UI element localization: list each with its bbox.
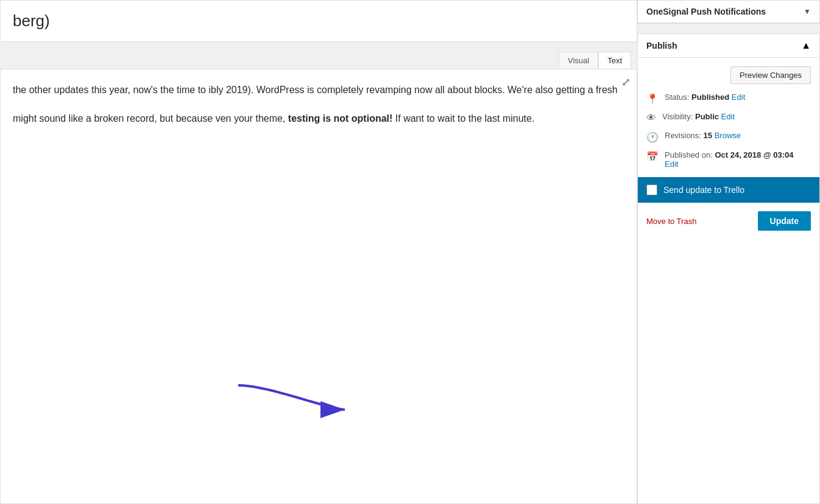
calendar-icon: 📅 xyxy=(646,151,659,163)
trello-checkbox[interactable] xyxy=(646,184,657,195)
visibility-icon: 👁 xyxy=(646,113,656,124)
status-text: Status: Published Edit xyxy=(665,93,745,102)
published-on-text: Published on: Oct 24, 2018 @ 03:04 Edit xyxy=(665,150,793,169)
editor-content[interactable]: ⤢ the other updates this year, now's the… xyxy=(0,69,637,504)
paragraph-2: might sound like a broken record, but be… xyxy=(13,110,624,127)
sidebar: OneSignal Push Notifications ▼ Publish ▲… xyxy=(637,0,820,504)
revisions-browse-link[interactable]: Browse xyxy=(715,131,741,140)
trello-label: Send update to Trello xyxy=(663,185,744,195)
paragraph-1: the other updates this year, now's the t… xyxy=(13,82,624,98)
editor-area: berg) Visual Text ⤢ the other updates th… xyxy=(0,0,637,504)
publish-bottom: Move to Trash Update xyxy=(646,211,811,231)
tab-visual[interactable]: Visual xyxy=(559,52,598,69)
revisions-icon: 🕐 xyxy=(646,131,659,143)
title-text: berg) xyxy=(13,12,50,30)
status-edit-link[interactable]: Edit xyxy=(732,93,745,102)
publish-panel: Publish ▲ Preview Changes 📍 Status: Publ… xyxy=(637,33,820,504)
visibility-edit-link[interactable]: Edit xyxy=(721,112,735,121)
arrow-annotation xyxy=(232,379,354,430)
editor-title: berg) xyxy=(0,0,637,42)
visibility-text: Visibility: Public Edit xyxy=(662,112,735,121)
status-icon: 📍 xyxy=(646,93,659,105)
editor-toolbar-area: Visual Text ⤢ the other updates this yea… xyxy=(0,52,637,504)
revisions-row: 🕐 Revisions: 15 Browse xyxy=(646,131,811,143)
preview-changes-row: Preview Changes xyxy=(646,66,811,84)
revisions-text: Revisions: 15 Browse xyxy=(665,131,741,140)
onesignal-title: OneSignal Push Notifications xyxy=(646,7,766,16)
published-on-row: 📅 Published on: Oct 24, 2018 @ 03:04 Edi… xyxy=(646,150,811,169)
publish-title: Publish xyxy=(646,41,677,51)
trello-row[interactable]: Send update to Trello xyxy=(638,177,819,203)
publish-body: Preview Changes 📍 Status: Published Edit… xyxy=(638,58,819,239)
publish-toggle-icon[interactable]: ▲ xyxy=(801,40,811,51)
update-button[interactable]: Update xyxy=(758,211,811,231)
editor-tabs: Visual Text xyxy=(0,52,637,69)
preview-changes-button[interactable]: Preview Changes xyxy=(730,66,811,84)
move-to-trash-link[interactable]: Move to Trash xyxy=(646,217,696,226)
onesignal-toggle-icon[interactable]: ▼ xyxy=(804,7,811,16)
publish-header: Publish ▲ xyxy=(638,34,819,58)
published-on-edit-link[interactable]: Edit xyxy=(665,159,678,169)
editor-body: the other updates this year, now's the t… xyxy=(1,69,637,151)
onesignal-header[interactable]: OneSignal Push Notifications ▼ xyxy=(638,1,819,23)
publish-meta-rows: 📍 Status: Published Edit 👁 Visibility: P… xyxy=(646,93,811,169)
status-row: 📍 Status: Published Edit xyxy=(646,93,811,105)
onesignal-panel: OneSignal Push Notifications ▼ xyxy=(637,0,820,24)
tab-text[interactable]: Text xyxy=(598,52,631,69)
visibility-row: 👁 Visibility: Public Edit xyxy=(646,112,811,124)
expand-icon[interactable]: ⤢ xyxy=(621,75,631,89)
